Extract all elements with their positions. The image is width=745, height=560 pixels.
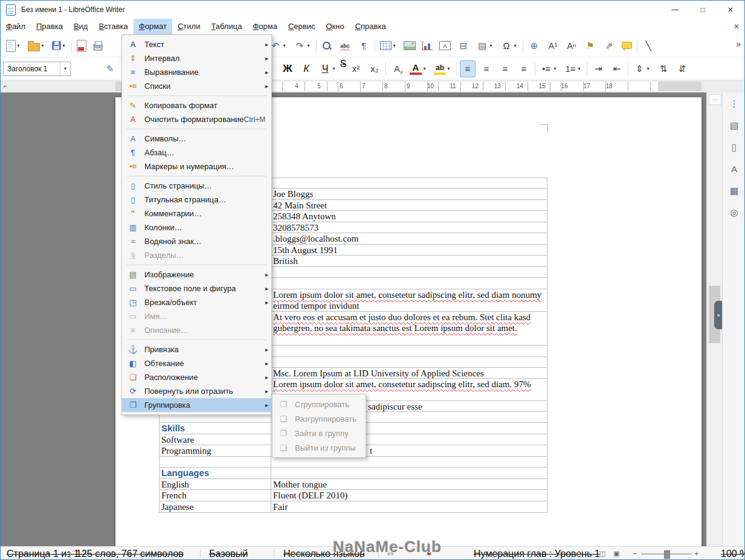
scrollbar-top-button[interactable]: ⋯ bbox=[709, 94, 721, 105]
sidebar-settings-button[interactable]: ⋮ bbox=[726, 96, 742, 111]
menu-item-group[interactable]: ❐Группировка▸ bbox=[122, 398, 271, 412]
document-close-icon[interactable]: ✕ bbox=[734, 19, 740, 34]
menu-item-bullets-numbering[interactable]: •≡Маркеры и нумерация… bbox=[122, 159, 271, 173]
endnote-button[interactable]: Aⁿ bbox=[564, 37, 579, 54]
font-color-button[interactable]: A▾ bbox=[408, 60, 429, 77]
menubar-item-help[interactable]: Справка bbox=[350, 19, 392, 34]
table-cell-right[interactable]: Fluent (DELF 2010) bbox=[271, 490, 547, 501]
clear-formatting-button[interactable]: A bbox=[389, 60, 405, 77]
menubar-item-view[interactable]: Вид bbox=[68, 19, 94, 34]
dropdown-arrow-icon[interactable]: ▾ bbox=[552, 66, 558, 71]
dropdown-arrow-icon[interactable]: ▾ bbox=[306, 43, 311, 48]
line-spacing-button[interactable]: ⇕▾ bbox=[631, 60, 653, 77]
save-button[interactable]: ▾ bbox=[50, 37, 68, 54]
menu-item-character[interactable]: AСимволы… bbox=[122, 132, 271, 146]
menu-item-arrange[interactable]: ❏Расположение▸ bbox=[122, 370, 271, 384]
horizontal-ruler[interactable]: ⌐ 456789101112131415161718 bbox=[1, 80, 744, 93]
increase-paragraph-spacing-button[interactable]: ⇅ bbox=[656, 60, 671, 77]
italic-button[interactable]: К bbox=[298, 60, 314, 77]
page-break-button[interactable]: ⊟ bbox=[456, 37, 471, 54]
table-cell-right[interactable]: At vero eos et accusam et justo duo dolo… bbox=[271, 312, 547, 345]
multi-page-view-icon[interactable]: ◫ bbox=[599, 547, 605, 560]
align-justify-button[interactable]: ≡ bbox=[516, 60, 532, 77]
subscript-button[interactable]: x₂ bbox=[367, 60, 382, 77]
menu-item-comments[interactable]: ❞Комментарии… bbox=[122, 207, 271, 220]
menu-item-wrap[interactable]: ◧Обтекание▸ bbox=[122, 356, 271, 370]
insert-table-button[interactable]: ▾ bbox=[378, 37, 399, 54]
strikethrough-button[interactable]: S bbox=[341, 60, 345, 77]
table-cell-right[interactable]: Fair bbox=[271, 501, 547, 512]
zoom-slider[interactable] bbox=[641, 553, 692, 555]
spelling-button[interactable]: abc bbox=[337, 37, 353, 54]
dropdown-arrow-icon[interactable]: ▾ bbox=[645, 66, 651, 71]
menubar-item-styles[interactable]: Стили bbox=[172, 19, 205, 34]
highlight-color-button[interactable]: ab▾ bbox=[432, 60, 453, 77]
menubar-item-tools[interactable]: Сервис bbox=[283, 19, 321, 34]
insert-chart-button[interactable] bbox=[421, 37, 434, 54]
increase-indent-button[interactable]: ⇥ bbox=[590, 60, 606, 77]
properties-panel-button[interactable]: ▤ bbox=[726, 118, 742, 133]
dropdown-arrow-icon[interactable]: ▾ bbox=[61, 43, 66, 48]
align-center-button[interactable]: ≡ bbox=[479, 60, 494, 77]
combobox-dropdown-icon[interactable]: ▾ bbox=[60, 62, 70, 76]
menu-item-image[interactable]: ▤Изображение▸ bbox=[122, 268, 271, 282]
table-cell-right[interactable] bbox=[271, 278, 547, 289]
tab-stop-selector-icon[interactable]: ⌐ bbox=[4, 82, 7, 89]
table-cell-right[interactable]: Joe Bloggs bbox=[271, 188, 547, 199]
table-cell-left[interactable]: Languages bbox=[160, 468, 271, 478]
styles-panel-button[interactable]: A bbox=[726, 161, 742, 176]
align-right-button[interactable]: ≡ bbox=[497, 60, 513, 77]
menu-item-text-box-and-shape[interactable]: ▭Текстовое поле и фигура▸ bbox=[122, 282, 271, 295]
table-cell-right[interactable]: 15th August 1991 bbox=[271, 245, 547, 255]
table-cell-right[interactable]: 258348 Anytown bbox=[271, 211, 547, 222]
insert-image-button[interactable] bbox=[402, 37, 418, 54]
hyperlink-button[interactable]: ⊕ bbox=[526, 37, 542, 54]
table-cell-left[interactable]: English bbox=[160, 479, 271, 489]
menubar-item-file[interactable]: Файл bbox=[1, 19, 31, 34]
redo-button[interactable]: ↷▾ bbox=[292, 37, 313, 54]
print-button[interactable] bbox=[91, 37, 105, 54]
book-view-icon[interactable]: ▣ bbox=[613, 547, 619, 560]
open-button[interactable]: ▾ bbox=[26, 37, 47, 54]
zoom-out-icon[interactable]: − bbox=[633, 547, 637, 560]
decrease-paragraph-spacing-button[interactable]: ⇵ bbox=[674, 60, 690, 77]
dropdown-arrow-icon[interactable]: ▾ bbox=[392, 43, 397, 48]
table-cell-right[interactable]: British bbox=[271, 256, 547, 266]
menu-item-clone-formatting[interactable]: ✎Копировать формат bbox=[122, 98, 271, 112]
table-cell-left[interactable]: Programming bbox=[160, 445, 271, 456]
table-cell-left[interactable]: Japanese bbox=[160, 501, 271, 512]
paragraph-style-combobox[interactable]: Заголовок 1 ▾ bbox=[3, 62, 71, 76]
cross-reference-button[interactable]: ⇗ bbox=[601, 37, 617, 54]
menu-item-columns[interactable]: ▥Колонки… bbox=[122, 220, 271, 234]
menu-item-anchor[interactable]: ⚓Привязка▸ bbox=[122, 343, 271, 356]
page-count-status[interactable]: Страница 1 из 1 bbox=[7, 547, 79, 560]
table-cell-left[interactable]: Skills bbox=[160, 423, 271, 434]
dropdown-arrow-icon[interactable]: ▾ bbox=[512, 43, 518, 48]
menubar-item-form[interactable]: Форма bbox=[247, 19, 283, 34]
maximize-button[interactable]: □ bbox=[689, 1, 717, 19]
table-cell-right[interactable]: Lorem ipsum dolor sit amet, consetetur s… bbox=[271, 289, 547, 311]
table-cell-right[interactable] bbox=[271, 267, 547, 277]
table-cell-right[interactable] bbox=[271, 468, 547, 478]
page-style-status[interactable]: Базовый bbox=[209, 547, 248, 560]
numbered-list-button[interactable]: 1≡▾ bbox=[563, 60, 584, 77]
dropdown-arrow-icon[interactable]: ▾ bbox=[16, 43, 21, 48]
bold-button[interactable]: Ж bbox=[280, 60, 295, 77]
menu-item-clear-formatting[interactable]: AОчистить форматированиеCtrl+M bbox=[122, 112, 271, 126]
export-pdf-button[interactable] bbox=[75, 37, 88, 54]
word-count-status[interactable]: 125 слов, 767 символов bbox=[76, 547, 184, 560]
dropdown-arrow-icon[interactable]: ▾ bbox=[40, 43, 45, 48]
menubar-item-format[interactable]: Формат bbox=[134, 19, 172, 34]
menu-item-text[interactable]: AТекст▸ bbox=[122, 37, 271, 51]
dropdown-arrow-icon[interactable]: ▾ bbox=[282, 43, 287, 48]
insert-field-button[interactable]: ▤▾ bbox=[474, 37, 495, 54]
special-character-button[interactable]: Ω▾ bbox=[498, 37, 520, 54]
underline-button[interactable]: Ч▾ bbox=[317, 60, 338, 77]
menu-item-spacing[interactable]: ⇕Интервал▸ bbox=[122, 51, 271, 65]
close-button[interactable]: ✕ bbox=[717, 1, 744, 19]
table-cell-right[interactable]: .bloggs@localhost.com bbox=[271, 233, 547, 244]
menu-item-watermark[interactable]: ≈Водяной знак… bbox=[122, 234, 271, 248]
zoom-in-icon[interactable]: + bbox=[694, 547, 699, 560]
table-cell-right[interactable]: 3208578573 bbox=[271, 222, 547, 233]
superscript-button[interactable]: x² bbox=[348, 60, 364, 77]
